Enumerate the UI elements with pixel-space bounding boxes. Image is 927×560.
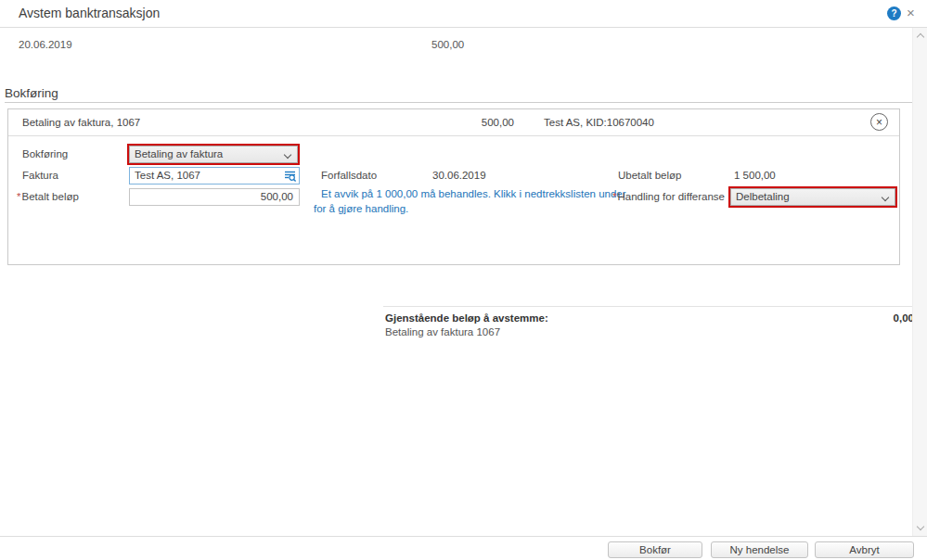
bokforing-label: Bokføring bbox=[22, 148, 68, 159]
faktura-input-value: Test AS, 1067 bbox=[135, 168, 200, 184]
summary-description: Betaling av faktura 1067 bbox=[385, 326, 500, 337]
avstem-banktransaksjon-dialog: Avstem banktransaksjon ? × 20.06.2019 50… bbox=[0, 0, 927, 560]
faktura-label: Faktura bbox=[22, 170, 58, 181]
close-icon[interactable]: × bbox=[907, 4, 915, 22]
scroll-up-icon[interactable] bbox=[917, 33, 924, 41]
required-marker: * bbox=[17, 191, 20, 202]
dialog-footer: Bokfør Ny hendelse Avbryt bbox=[0, 536, 927, 560]
remove-entry-button[interactable]: × bbox=[870, 113, 888, 131]
avbryt-button[interactable]: Avbryt bbox=[815, 541, 914, 558]
ubetalt-belop-label: Ubetalt beløp bbox=[618, 170, 681, 181]
transaction-amount: 500,00 bbox=[431, 39, 464, 50]
avvik-warning-text: Et avvik på 1 000,00 må behandles. Klikk… bbox=[314, 187, 627, 216]
dialog-title: Avstem banktransaksjon bbox=[19, 0, 160, 27]
summary-amount: 0,00 bbox=[894, 312, 914, 324]
handling-select-value: Delbetaling bbox=[736, 189, 790, 205]
summary-row: Gjenstående beløp å avstemme: 0,00 bbox=[383, 312, 914, 324]
chevron-down-icon bbox=[284, 151, 291, 159]
bokforing-select-value: Betaling av faktura bbox=[135, 146, 223, 162]
chevron-down-icon bbox=[882, 194, 889, 201]
section-divider bbox=[5, 102, 914, 103]
required-marker: * bbox=[612, 191, 616, 202]
handling-label-text: Handling for differanse bbox=[617, 191, 725, 202]
betalt-belop-input-value: 500,00 bbox=[261, 189, 293, 205]
betalt-belop-input[interactable]: 500,00 bbox=[129, 188, 300, 206]
dialog-titlebar: Avstem banktransaksjon ? × bbox=[0, 0, 927, 28]
betalt-belop-label: *Betalt beløp bbox=[17, 191, 79, 202]
entry-amount: 500,00 bbox=[482, 109, 514, 135]
transaction-date: 20.06.2019 bbox=[19, 39, 72, 50]
help-icon[interactable]: ? bbox=[887, 6, 901, 20]
handling-differanse-select[interactable]: Delbetaling bbox=[730, 188, 895, 206]
bokfor-button[interactable]: Bokfør bbox=[608, 541, 702, 558]
entry-reference: Test AS, KID:10670040 bbox=[544, 109, 654, 135]
vertical-scrollbar[interactable] bbox=[912, 28, 927, 536]
lookup-icon[interactable] bbox=[283, 169, 297, 183]
bokforing-section-heading: Bokføring bbox=[5, 86, 58, 100]
ubetalt-belop-value: 1 500,00 bbox=[734, 170, 776, 181]
betalt-belop-label-text: Betalt beløp bbox=[21, 191, 78, 202]
summary-divider bbox=[383, 306, 914, 307]
scroll-down-icon[interactable] bbox=[917, 523, 924, 530]
entry-title: Betaling av faktura, 1067 bbox=[22, 109, 140, 135]
ny-hendelse-button[interactable]: Ny hendelse bbox=[711, 541, 808, 558]
bokforing-select[interactable]: Betaling av faktura bbox=[129, 146, 298, 163]
summary-label: Gjenstående beløp å avstemme: bbox=[383, 312, 548, 324]
faktura-input[interactable]: Test AS, 1067 bbox=[129, 167, 300, 185]
entry-card: Betaling av faktura, 1067 500,00 Test AS… bbox=[7, 108, 900, 265]
forfallsdato-value: 30.06.2019 bbox=[432, 170, 486, 181]
forfallsdato-label: Forfallsdato bbox=[321, 170, 377, 181]
handling-label: *Handling for differanse bbox=[612, 191, 725, 202]
entry-card-header: Betaling av faktura, 1067 500,00 Test AS… bbox=[8, 109, 899, 136]
